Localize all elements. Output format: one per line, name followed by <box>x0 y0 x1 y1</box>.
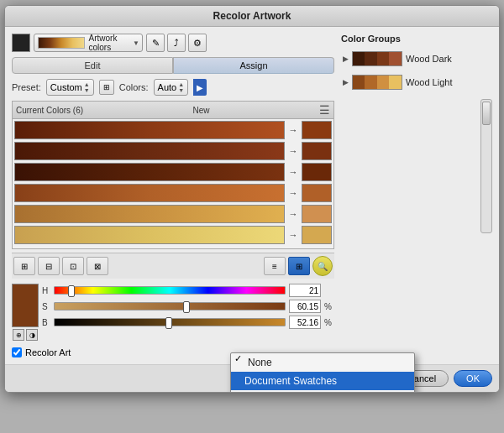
auto-select[interactable]: Auto ▲▼ <box>154 79 189 96</box>
b-slider[interactable] <box>54 318 286 326</box>
table-row: → <box>14 142 332 160</box>
check-mark: ✓ <box>234 353 242 364</box>
right-panel: Color Groups ▶ Wood Dark ▶ Wood Light <box>341 34 492 357</box>
artwork-colors-label: Artwork colors <box>88 34 139 52</box>
export-icon-btn[interactable]: ⤴ <box>167 34 186 52</box>
preset-row: Preset: Custom ▲▼ ⊞ Colors: Auto ▲▼ <box>12 79 334 96</box>
h-label: H <box>42 286 50 295</box>
edit-icon-btn[interactable]: ✎ <box>146 34 165 52</box>
arrow-cell: → <box>286 125 300 135</box>
artwork-color-dropdown[interactable]: Artwork colors ▼ <box>34 34 143 52</box>
arrow-cell: → <box>286 167 300 177</box>
tabs-row: Edit Assign <box>12 57 334 74</box>
arrow-cell: → <box>286 188 300 198</box>
right-scrollbar[interactable] <box>480 99 492 233</box>
b-value: 52.16 <box>289 316 321 329</box>
swatch-icons: ⊕ ◑ <box>13 329 38 341</box>
view-btn-2[interactable]: ⊞ <box>288 257 310 275</box>
preset-icon-btn[interactable]: ⊞ <box>99 80 114 95</box>
swatch-icon-2[interactable]: ◑ <box>26 329 38 341</box>
table-row: → <box>14 163 332 181</box>
table-row: → <box>14 184 332 202</box>
color-swatch-main <box>12 284 39 327</box>
title-bar: Recolor Artwork <box>5 6 499 27</box>
layout-btn-1[interactable]: ⊞ <box>13 257 35 275</box>
group-swatch-wood-dark <box>352 51 402 66</box>
new-color-swatch[interactable] <box>302 226 332 244</box>
table-row: → <box>14 205 332 223</box>
colors-label: Colors: <box>119 82 149 92</box>
new-color-swatch[interactable] <box>302 121 332 139</box>
swatch-area: ⊕ ◑ <box>12 284 39 341</box>
color-swatch-strip <box>38 37 85 49</box>
s-unit: % <box>324 302 334 311</box>
menu-item-art-history[interactable]: Art History ▶ <box>231 390 414 393</box>
arrow-cell: → <box>286 146 300 156</box>
s-slider[interactable] <box>54 302 286 310</box>
left-panel: Artwork colors ▼ ✎ ⤴ ⚙ Edit Assign <box>12 34 334 357</box>
new-color-swatch[interactable] <box>302 184 332 202</box>
new-color-swatch[interactable] <box>302 163 332 181</box>
hsb-h-row: H 21 <box>42 284 334 297</box>
tab-edit[interactable]: Edit <box>12 57 173 74</box>
recolor-art-checkbox[interactable] <box>12 347 22 357</box>
recolor-art-label: Recolor Art <box>25 347 71 357</box>
current-color-bar[interactable] <box>14 226 285 244</box>
current-color-bar[interactable] <box>14 142 285 160</box>
menu-item-none-wrapper: ✓ None <box>231 353 414 372</box>
scrollbar-thumb[interactable] <box>482 102 491 125</box>
new-color-swatch[interactable] <box>302 205 332 223</box>
ok-button[interactable]: OK <box>454 370 492 387</box>
tab-assign[interactable]: Assign <box>173 57 334 74</box>
window-title: Recolor Artwork <box>213 10 291 22</box>
color-table: Current Colors (6) New ☰ → <box>12 101 334 249</box>
group-name-wood-dark: Wood Dark <box>406 54 452 64</box>
arrow-cell: → <box>286 209 300 219</box>
menu-item-document-swatches[interactable]: Document Swatches <box>231 372 414 390</box>
b-thumb[interactable] <box>165 317 172 329</box>
preset-arrows: ▲▼ <box>84 81 90 93</box>
group-swatch-wood-light <box>352 75 402 90</box>
s-label: S <box>42 302 50 311</box>
right-scrollbar-area <box>341 99 492 233</box>
menu-icon[interactable]: ☰ <box>319 103 330 117</box>
layout-btn-2[interactable]: ⊟ <box>38 257 60 275</box>
current-color-bar[interactable] <box>14 184 285 202</box>
bottom-toolbar: ⊞ ⊟ ⊡ ⊠ ≡ ⊞ 🔍 <box>12 253 334 279</box>
toolbar-icon-grid: ✎ ⤴ ⚙ <box>146 34 208 52</box>
layout-btn-4[interactable]: ⊠ <box>87 257 108 275</box>
h-thumb[interactable] <box>68 285 75 297</box>
b-label: B <box>42 318 50 327</box>
preset-label: Preset: <box>12 82 41 92</box>
hsb-controls: H 21 S <box>42 284 334 341</box>
current-color-bar[interactable] <box>14 205 285 223</box>
new-color-swatch[interactable] <box>302 142 332 160</box>
arrow-cell: → <box>286 230 300 240</box>
color-group-item-wood-light[interactable]: ▶ Wood Light <box>341 72 492 92</box>
view-btn-1[interactable]: ≡ <box>264 257 286 275</box>
layout-btn-3[interactable]: ⊡ <box>62 257 84 275</box>
zoom-btn[interactable]: 🔍 <box>312 256 333 276</box>
h-slider[interactable] <box>54 286 286 295</box>
group-triangle-1: ▶ <box>343 55 349 63</box>
b-unit: % <box>324 318 334 327</box>
swatch-icon-1[interactable]: ⊕ <box>13 329 24 341</box>
current-color-bar[interactable] <box>14 121 285 139</box>
settings-icon-btn[interactable]: ⚙ <box>188 34 207 52</box>
menu-item-none[interactable]: None <box>231 353 414 372</box>
dropdown-menu: ✓ None Document Swatches Art History ▶ C… <box>230 352 415 393</box>
hsb-s-row: S 60.15 % <box>42 300 334 313</box>
window-content: Artwork colors ▼ ✎ ⤴ ⚙ Edit Assign <box>5 27 499 392</box>
hsb-b-row: B 52.16 % <box>42 316 334 329</box>
auto-end-arrow[interactable]: ▶ <box>193 79 207 96</box>
top-toolbar: Artwork colors ▼ ✎ ⤴ ⚙ <box>12 34 334 52</box>
table-row: → <box>14 226 332 244</box>
color-preview-box <box>12 34 30 52</box>
preset-select[interactable]: Custom ▲▼ <box>46 79 94 96</box>
current-colors-header: Current Colors (6) <box>16 106 83 115</box>
table-row: → <box>14 121 332 139</box>
h-value: 21 <box>289 284 321 297</box>
color-group-item-wood-dark[interactable]: ▶ Wood Dark <box>341 49 492 69</box>
current-color-bar[interactable] <box>14 163 285 181</box>
s-thumb[interactable] <box>183 301 190 313</box>
